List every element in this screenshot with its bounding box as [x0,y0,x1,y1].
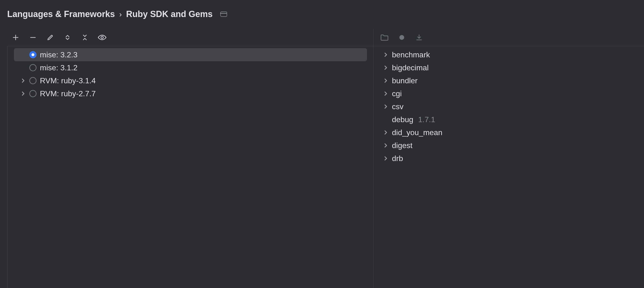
sdk-list: mise: 3.2.3mise: 3.1.2RVM: ruby-3.1.4RVM… [7,46,373,288]
gem-row[interactable]: debug1.7.1 [374,113,644,126]
svg-point-0 [101,36,103,39]
breadcrumb-current: Ruby SDK and Gems [126,9,213,19]
sdk-row[interactable]: mise: 3.2.3 [14,48,367,61]
sdk-radio[interactable] [29,77,36,84]
chevron-right-icon[interactable] [383,130,388,135]
sdk-label: mise: 3.1.2 [40,63,78,72]
sdk-toolbar [7,29,373,46]
sdk-radio[interactable] [29,90,36,97]
chevron-right-icon[interactable] [383,156,388,161]
folder-icon[interactable] [380,33,389,42]
sdk-radio[interactable] [29,64,36,71]
sdk-panel: mise: 3.2.3mise: 3.1.2RVM: ruby-3.1.4RVM… [7,29,374,288]
sdk-label: mise: 3.2.3 [40,50,78,59]
gem-row[interactable]: bundler [374,74,644,87]
gems-toolbar [374,29,644,46]
dot-icon[interactable] [397,33,406,42]
edit-icon[interactable] [46,33,55,42]
chevron-right-icon[interactable] [383,143,388,148]
breadcrumb-parent[interactable]: Languages & Frameworks [7,9,115,19]
gem-list: benchmarkbigdecimalbundlercgicsvdebug1.7… [374,46,644,288]
chevron-right-icon[interactable] [383,91,388,96]
chevron-right-icon[interactable] [21,78,26,83]
download-icon[interactable] [414,33,424,42]
breadcrumb-separator: › [119,10,122,19]
chevron-right-icon[interactable] [383,52,388,57]
add-icon[interactable] [11,33,20,42]
gem-name: did_you_mean [392,128,442,137]
sdk-label: RVM: ruby-3.1.4 [40,76,96,85]
chevron-right-icon[interactable] [383,65,388,70]
gem-name: bigdecimal [392,63,429,72]
gems-panel: benchmarkbigdecimalbundlercgicsvdebug1.7… [374,29,644,288]
expand-all-icon[interactable] [63,33,72,42]
gem-version: 1.7.1 [417,115,435,124]
chevron-right-icon[interactable] [21,91,26,96]
sdk-row[interactable]: mise: 3.1.2 [14,61,367,74]
sdk-row[interactable]: RVM: ruby-3.1.4 [14,74,367,87]
gem-row[interactable]: csv [374,100,644,113]
gem-row[interactable]: did_you_mean [374,126,644,139]
chevron-right-icon[interactable] [383,78,388,83]
gem-name: digest [392,141,412,150]
gem-name: bundler [392,76,418,85]
collapse-all-icon[interactable] [80,33,90,42]
gem-row[interactable]: digest [374,139,644,152]
show-hidden-icon[interactable] [98,33,107,42]
chevron-right-icon[interactable] [383,104,388,109]
gem-name: cgi [392,89,402,98]
gem-row[interactable]: benchmark [374,48,644,61]
gem-name: debug [392,115,413,124]
gem-name: csv [392,102,404,111]
gem-row[interactable]: cgi [374,87,644,100]
breadcrumb: Languages & Frameworks › Ruby SDK and Ge… [0,0,644,29]
sdk-label: RVM: ruby-2.7.7 [40,89,96,98]
sdk-radio[interactable] [29,51,36,58]
remove-icon[interactable] [28,33,38,42]
svg-point-1 [400,35,404,40]
gem-name: benchmark [392,50,430,59]
gem-row[interactable]: bigdecimal [374,61,644,74]
gem-name: drb [392,154,403,163]
gem-row[interactable]: drb [374,152,644,165]
sdk-row[interactable]: RVM: ruby-2.7.7 [14,87,367,100]
window-icon[interactable] [220,11,227,17]
